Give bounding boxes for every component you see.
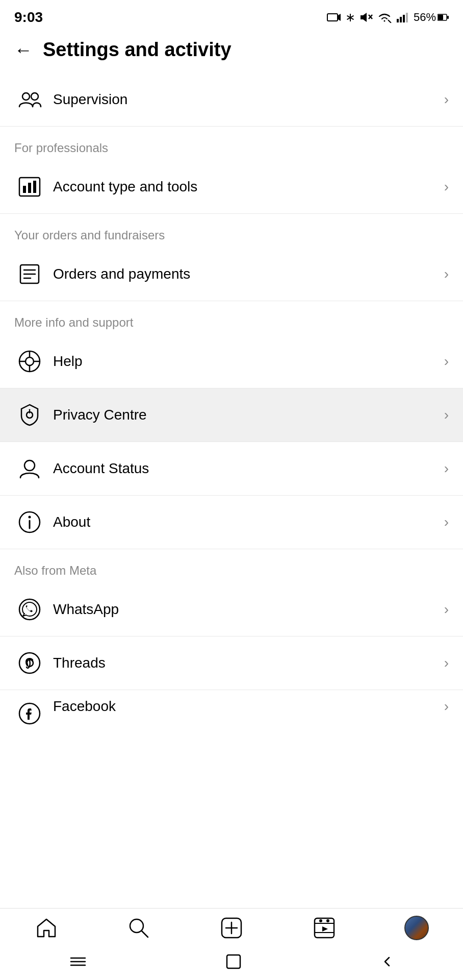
- nav-reels[interactable]: [278, 916, 371, 940]
- status-bar: 9:03 ∗: [0, 0, 463, 31]
- svg-point-47: [326, 919, 329, 922]
- svg-point-31: [24, 460, 35, 471]
- battery-icon: 56%: [414, 11, 449, 24]
- status-icons: ∗ 56%: [327, 10, 449, 24]
- android-back-button[interactable]: [380, 954, 394, 969]
- menu-item-facebook[interactable]: Facebook ›: [0, 690, 463, 735]
- battery-level: 56%: [414, 11, 436, 24]
- svg-rect-9: [406, 13, 408, 22]
- avatar: [404, 916, 429, 940]
- menu-item-threads[interactable]: Threads ›: [0, 636, 463, 690]
- menu-item-supervision[interactable]: Supervision ›: [0, 73, 463, 127]
- chevron-right-icon: ›: [444, 407, 449, 423]
- menu-item-about[interactable]: About ›: [0, 496, 463, 549]
- orders-icon: [14, 259, 45, 289]
- header: ← Settings and activity: [0, 31, 463, 73]
- mute-icon: [359, 12, 373, 23]
- help-icon: [14, 346, 45, 377]
- svg-line-39: [142, 931, 148, 937]
- menu-item-orders[interactable]: Orders and payments ›: [0, 248, 463, 301]
- supervision-label: Supervision: [53, 91, 444, 108]
- svg-point-33: [29, 516, 31, 519]
- nav-home[interactable]: [0, 916, 93, 940]
- chevron-right-icon: ›: [444, 514, 449, 530]
- svg-point-14: [31, 93, 38, 100]
- chevron-right-icon: ›: [444, 91, 449, 108]
- svg-point-24: [25, 357, 34, 365]
- svg-point-30: [29, 409, 31, 411]
- svg-point-38: [130, 919, 143, 933]
- section-for-professionals-label: For professionals: [14, 141, 108, 155]
- section-more-info-label: More info and support: [14, 315, 133, 329]
- wifi-icon: [377, 12, 392, 23]
- threads-label: Threads: [53, 655, 444, 671]
- search-icon: [127, 916, 150, 940]
- reels-icon: [313, 916, 336, 940]
- svg-marker-1: [338, 14, 341, 21]
- svg-rect-6: [397, 19, 399, 22]
- section-more-info: More info and support: [0, 301, 463, 335]
- nav-search[interactable]: [93, 916, 186, 940]
- help-label: Help: [53, 353, 444, 370]
- menu-item-privacy-centre[interactable]: Privacy Centre ›: [0, 388, 463, 442]
- svg-rect-12: [447, 16, 449, 19]
- camera-indicator-icon: [327, 12, 341, 23]
- svg-rect-17: [28, 183, 31, 193]
- bottom-nav-items: [0, 909, 463, 945]
- account-status-label: Account Status: [53, 460, 444, 477]
- whatsapp-label: WhatsApp: [53, 601, 444, 618]
- section-for-professionals: For professionals: [0, 127, 463, 160]
- threads-icon: [14, 648, 45, 678]
- page-title: Settings and activity: [43, 39, 232, 61]
- chevron-right-icon: ›: [444, 353, 449, 370]
- nav-profile[interactable]: [370, 916, 463, 940]
- section-orders: Your orders and fundraisers: [0, 214, 463, 248]
- svg-rect-18: [33, 181, 36, 193]
- privacy-centre-icon: [14, 400, 45, 430]
- account-status-icon: [14, 453, 45, 484]
- back-button[interactable]: ←: [14, 41, 33, 59]
- android-recent-button[interactable]: [69, 954, 87, 969]
- signal-icon: [396, 12, 409, 23]
- svg-marker-2: [361, 13, 367, 22]
- svg-rect-16: [23, 186, 26, 193]
- svg-rect-52: [227, 955, 240, 968]
- chevron-right-icon: ›: [444, 179, 449, 195]
- menu-item-whatsapp[interactable]: WhatsApp ›: [0, 583, 463, 636]
- facebook-label: Facebook: [53, 698, 444, 715]
- orders-label: Orders and payments: [53, 266, 444, 282]
- chevron-right-icon: ›: [444, 266, 449, 282]
- section-also-from-meta-label: Also from Meta: [14, 564, 96, 577]
- svg-point-46: [319, 919, 322, 922]
- nav-add[interactable]: [185, 916, 278, 940]
- privacy-centre-label: Privacy Centre: [53, 407, 444, 423]
- svg-marker-48: [322, 926, 328, 932]
- status-time: 9:03: [14, 9, 43, 26]
- section-also-from-meta: Also from Meta: [0, 549, 463, 583]
- home-icon: [35, 916, 58, 940]
- chevron-right-icon: ›: [444, 698, 449, 715]
- menu-item-account-status[interactable]: Account Status ›: [0, 442, 463, 496]
- android-nav: [0, 945, 463, 980]
- bluetooth-icon: ∗: [345, 10, 355, 24]
- svg-line-5: [388, 20, 391, 23]
- add-icon: [220, 916, 243, 940]
- bottom-nav: [0, 908, 463, 980]
- svg-rect-11: [438, 15, 443, 20]
- account-type-icon: [14, 172, 45, 202]
- chevron-right-icon: ›: [444, 601, 449, 618]
- menu-item-help[interactable]: Help ›: [0, 335, 463, 388]
- whatsapp-icon: [14, 594, 45, 625]
- account-type-label: Account type and tools: [53, 179, 444, 195]
- chevron-right-icon: ›: [444, 655, 449, 671]
- section-orders-label: Your orders and fundraisers: [14, 228, 165, 242]
- svg-rect-0: [327, 14, 338, 21]
- android-home-button[interactable]: [225, 953, 242, 970]
- menu-item-account-type[interactable]: Account type and tools ›: [0, 160, 463, 214]
- chevron-right-icon: ›: [444, 460, 449, 477]
- about-label: About: [53, 514, 444, 530]
- svg-rect-8: [403, 15, 405, 22]
- supervision-icon: [14, 84, 45, 115]
- svg-rect-7: [400, 17, 402, 22]
- facebook-icon: [14, 698, 45, 729]
